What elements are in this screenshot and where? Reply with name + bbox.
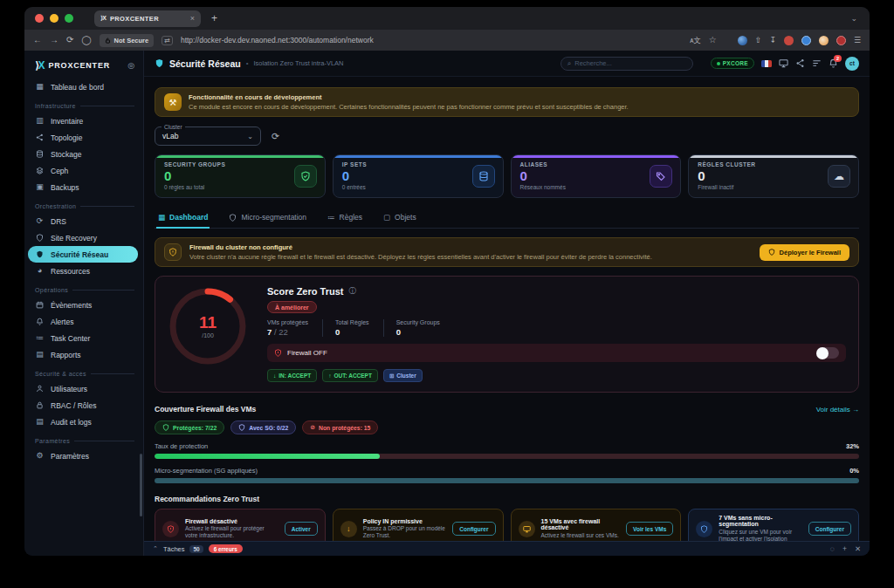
- recommendations-section: Recommandations Zero Trust Firewall désa…: [155, 495, 859, 541]
- sidebar-section-orchestration: Orchestration: [35, 203, 134, 209]
- sidebar-item-securite-reseau[interactable]: Sécurité Réseau: [28, 246, 138, 263]
- sidebar-item-parametres[interactable]: ⚙ Paramètres: [24, 448, 143, 464]
- sidebar-item-drs[interactable]: ⟳ DRS: [24, 213, 143, 229]
- sidebar-item-inventaire[interactable]: ▥ Inventaire: [24, 113, 143, 129]
- tab-regles[interactable]: ≔ Règles: [326, 209, 364, 229]
- browser-tab[interactable]: ⟩X PROXCENTER ×: [94, 10, 201, 27]
- sidebar-item-alertes[interactable]: Alertes: [24, 313, 143, 330]
- configure-button[interactable]: Configurer: [452, 522, 495, 536]
- sidebar-item-backups[interactable]: ▣ Backups: [24, 179, 143, 195]
- configure-button[interactable]: Configurer: [808, 522, 851, 536]
- sidebar-item-site-recovery[interactable]: Site Recovery: [24, 229, 143, 246]
- refresh-icon[interactable]: ⟳: [272, 131, 279, 142]
- search-input[interactable]: [574, 59, 686, 67]
- policy-out-badge: ↑OUT: ACCEPT: [322, 369, 378, 382]
- sidebar-item-ceph[interactable]: Ceph: [24, 162, 143, 179]
- deploy-firewall-button[interactable]: Déployer le Firewall: [760, 244, 849, 261]
- new-tab-button[interactable]: +: [211, 12, 217, 24]
- target-icon[interactable]: ◎: [127, 61, 134, 70]
- split-view-icon[interactable]: ⇄: [162, 36, 173, 45]
- add-task-icon[interactable]: +: [842, 544, 847, 553]
- notification-count-badge: 2: [834, 55, 842, 62]
- sidebar-item-task-center[interactable]: ≔ Task Center: [24, 330, 143, 346]
- shield-icon: [238, 424, 245, 431]
- translate-icon[interactable]: ᴀ文: [690, 37, 701, 44]
- see-details-link[interactable]: Voir détails →: [816, 406, 859, 414]
- tab-dashboard[interactable]: ▦ Dashboard: [156, 209, 210, 229]
- sidebar-item-ressources[interactable]: ◕ Ressources: [24, 263, 143, 279]
- reco-card-vms-no-microseg: 7 VMs sans micro-segmentation Cliquez su…: [688, 509, 859, 541]
- stat-card-aliases[interactable]: ALIASES 0 Réseaux nommés: [511, 154, 682, 198]
- firewall-toggle[interactable]: [816, 347, 839, 359]
- view-vms-button[interactable]: Voir les VMs: [626, 522, 673, 536]
- scope-cluster-badge: ⊞Cluster: [383, 369, 423, 382]
- sidebar-item-stockage[interactable]: Stockage: [24, 146, 143, 162]
- topology-nodes-icon: [35, 133, 45, 141]
- minimize-window-button[interactable]: [50, 14, 58, 23]
- extension-red-icon[interactable]: [784, 36, 794, 45]
- dev-banner-title: Fonctionnalité en cours de développement: [189, 93, 629, 101]
- address-bar[interactable]: http://docker-dev.dev.naoned.net:3000/au…: [181, 36, 682, 44]
- extension-globe-icon[interactable]: [738, 36, 747, 45]
- extension-orange-icon[interactable]: [819, 36, 829, 45]
- avatar[interactable]: ct: [845, 57, 859, 71]
- search-box[interactable]: ⌕: [560, 57, 693, 71]
- arrow-down-icon: ↓: [273, 373, 276, 379]
- shield-icon: [162, 424, 169, 431]
- forward-icon[interactable]: →: [50, 36, 58, 44]
- sidebar-item-evenements[interactable]: Évènements: [24, 297, 143, 313]
- stat-card-ip-sets[interactable]: IP SETS 0 0 entrées: [333, 154, 504, 198]
- task-queue-icon[interactable]: [812, 58, 822, 68]
- broken-lock-icon: [105, 38, 111, 44]
- extension-share-icon[interactable]: ⇧: [755, 37, 762, 44]
- tab-list-chevron-icon[interactable]: ⌄: [850, 14, 857, 23]
- stat-card-security-groups[interactable]: SECURITY GROUPS 0 0 règles au total: [155, 154, 326, 198]
- browser-toolbar: ← → ⟳ ◯ Not Secure ⇄ http://docker-dev.d…: [24, 30, 870, 51]
- brand-row: ⟩X PROXCENTER ◎: [24, 51, 143, 79]
- extension-blocker-icon[interactable]: [836, 36, 846, 45]
- sidebar-item-utilisateurs[interactable]: Utilisateurs: [24, 380, 143, 397]
- shield-icon: [696, 521, 712, 537]
- reload-icon[interactable]: ⟳: [66, 36, 73, 44]
- tab-micro-segmentation[interactable]: Micro-segmentation: [227, 209, 308, 229]
- tasks-label[interactable]: Tâches: [163, 545, 185, 553]
- stat-card-regles-cluster[interactable]: RÈGLES CLUSTER 0 Firewall inactif ☁: [688, 154, 859, 198]
- zoom-window-button[interactable]: [65, 14, 73, 23]
- cluster-select[interactable]: Cluster vLab ⌄: [155, 126, 261, 146]
- task-list-icon: ≔: [35, 334, 45, 342]
- ceph-layers-icon: [35, 167, 45, 174]
- grid-icon: ⊞: [389, 373, 394, 379]
- info-icon[interactable]: ⓘ: [348, 286, 356, 297]
- not-secure-badge[interactable]: Not Secure: [100, 34, 155, 47]
- download-icon[interactable]: ↧: [769, 37, 776, 44]
- sidebar-item-rapports[interactable]: ▤ Rapports: [24, 346, 143, 363]
- console-monitor-icon[interactable]: [779, 58, 788, 68]
- sidebar-scrollbar[interactable]: [140, 454, 142, 516]
- chevron-down-icon: ⌄: [247, 133, 253, 140]
- reco-card-vms-firewall-off: 15 VMs avec firewall désactivé Activez l…: [511, 509, 682, 541]
- share-nodes-icon[interactable]: [795, 58, 805, 68]
- back-icon[interactable]: ←: [33, 36, 42, 44]
- stat-total-regles: Total Règles 0: [322, 319, 383, 337]
- bookmark-star-icon[interactable]: ☆: [709, 36, 717, 44]
- activate-button[interactable]: Activer: [285, 522, 318, 536]
- shield-permissions-icon[interactable]: ◯: [81, 36, 91, 44]
- sidebar-item-rbac-roles[interactable]: RBAC / Rôles: [24, 397, 143, 414]
- page-subtitle: Isolation Zero Trust intra-VLAN: [254, 59, 344, 67]
- tab-close-icon[interactable]: ×: [190, 14, 195, 23]
- sidebar-item-audit-logs[interactable]: ▤ Audit et logs: [24, 414, 143, 430]
- close-tasks-icon[interactable]: ✕: [855, 544, 861, 553]
- browser-menu-icon[interactable]: ☰: [854, 37, 861, 44]
- stat-vms-protegees: VMs protégées 7 / 22: [267, 319, 322, 337]
- database-icon: [35, 150, 45, 158]
- notifications-bell-icon[interactable]: 2: [829, 58, 838, 68]
- close-window-button[interactable]: [35, 14, 44, 23]
- language-flag-icon[interactable]: [761, 60, 772, 67]
- protected-badge: Protégées: 7/22: [155, 420, 224, 434]
- chevron-up-icon[interactable]: ⌃: [153, 545, 158, 552]
- calendar-icon: [35, 301, 45, 309]
- sidebar-item-tableau-de-bord[interactable]: ▦ Tableau de bord: [24, 79, 143, 95]
- sidebar-item-topologie[interactable]: Topologie: [24, 129, 143, 146]
- tab-objets[interactable]: ▢ Objets: [382, 209, 418, 229]
- extension-blue-icon[interactable]: [801, 36, 811, 45]
